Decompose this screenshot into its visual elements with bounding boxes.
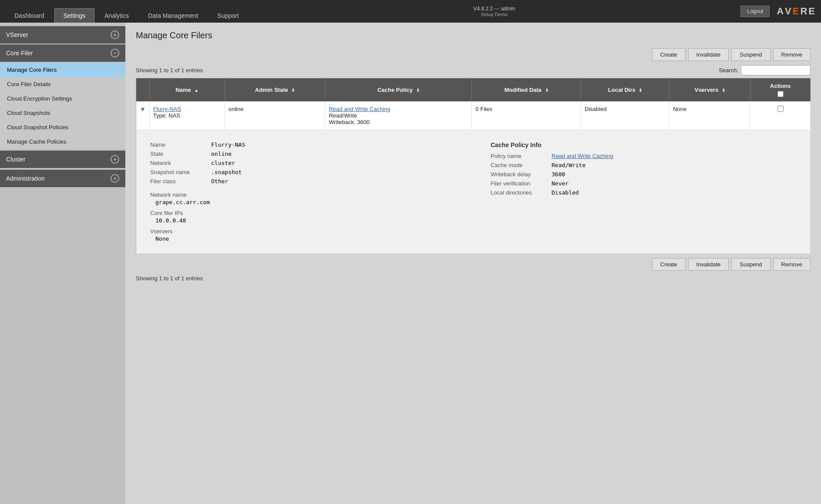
policy-name-link[interactable]: Read and Write Caching <box>552 153 613 159</box>
tab-analytics[interactable]: Analytics <box>95 8 138 23</box>
remove-button-bottom[interactable]: Remove <box>773 258 811 271</box>
create-button-bottom[interactable]: Create <box>652 258 686 271</box>
topbar: Dashboard Settings Analytics Data Manage… <box>0 0 821 23</box>
core-filer-ips-label: Core filer IPs <box>150 210 456 216</box>
col-header-cache-policy[interactable]: Cache Policy ⇕ <box>325 78 472 102</box>
table-controls-top: Showing 1 to 1 of 1 entries Search: <box>136 65 811 75</box>
writeback-delay-row: Writeback delay 3600 <box>491 171 796 178</box>
cache-policy-sort-icon: ⇕ <box>416 88 420 93</box>
logo-v: V <box>785 6 792 17</box>
policy-name-label: Policy name <box>491 153 552 159</box>
network-value: cluster <box>211 160 235 166</box>
row-name-cell: Flurry-NAS Type: NAS <box>149 101 225 130</box>
snapshot-name-label: Snapshot name <box>150 169 211 175</box>
col-header-actions: Actions <box>750 78 811 102</box>
cache-mode-value: Read/Write <box>552 162 585 168</box>
administration-expand-icon: + <box>111 174 119 183</box>
vservers-group: Vservers None <box>150 228 456 242</box>
cache-mode-row: Cache mode Read/Write <box>491 162 796 168</box>
avere-logo: A V E R E <box>777 6 816 17</box>
state-label: State <box>150 151 211 157</box>
filer-name-link[interactable]: Flurry-NAS <box>153 106 181 112</box>
filer-verification-label: Filer verification <box>491 180 552 187</box>
remove-button-top[interactable]: Remove <box>773 48 811 61</box>
sidebar-core-filer-label: Core Filer <box>6 50 33 57</box>
network-name-label: Network name <box>150 192 456 198</box>
logo-e2: E <box>808 6 816 17</box>
sidebar-administration-label: Administration <box>6 175 45 182</box>
logo-accent-e: E <box>793 6 800 17</box>
invalidate-button-bottom[interactable]: Invalidate <box>688 258 729 271</box>
sidebar-item-core-filer-details[interactable]: Core Filer Details <box>0 77 125 91</box>
col-header-vservers[interactable]: Vservers ⇕ <box>670 78 750 102</box>
search-area: Search: <box>719 65 811 75</box>
cache-mode-label: Cache mode <box>491 162 552 168</box>
col-header-name[interactable]: Name ▲ <box>149 78 225 102</box>
nav-tabs: Dashboard Settings Analytics Data Manage… <box>5 0 248 23</box>
suspend-button-top[interactable]: Suspend <box>731 48 770 61</box>
name-sort-icon: ▲ <box>194 88 199 93</box>
create-button-top[interactable]: Create <box>652 48 686 61</box>
row-select-checkbox[interactable] <box>777 106 784 112</box>
suspend-button-bottom[interactable]: Suspend <box>731 258 770 271</box>
sidebar-section-core-filer[interactable]: Core Filer − <box>0 44 125 62</box>
col-header-local-dirs[interactable]: Local Dirs ⇕ <box>581 78 670 102</box>
local-directories-label: Local directories <box>491 189 552 196</box>
cache-policy-link[interactable]: Read and Write Caching <box>329 106 390 112</box>
sidebar-item-cloud-snapshot-policies[interactable]: Cloud Snapshot Policies <box>0 120 125 134</box>
core-filer-expand-icon: − <box>111 49 119 57</box>
logo-r: R <box>800 6 808 17</box>
sidebar-item-manage-core-filers[interactable]: Manage Core Filers <box>0 63 125 77</box>
bottom-action-bar: Create Invalidate Suspend Remove <box>136 258 811 271</box>
logout-button[interactable]: Logout <box>740 6 770 17</box>
col-header-admin-state[interactable]: Admin State ⇕ <box>225 78 325 102</box>
tab-support[interactable]: Support <box>208 8 248 23</box>
local-dirs-sort-icon: ⇕ <box>639 88 642 93</box>
sidebar-vserver-label: VServer <box>6 31 28 38</box>
select-all-checkbox[interactable] <box>777 91 784 97</box>
vservers-group-value: None <box>150 235 456 242</box>
core-filer-ips-group: Core filer IPs 10.0.0.48 <box>150 210 456 224</box>
row-admin-state-cell: online <box>225 101 325 130</box>
sidebar-cluster-label: Cluster <box>6 156 25 163</box>
local-directories-row: Local directories Disabled <box>491 189 796 196</box>
row-checkbox-cell[interactable] <box>750 101 811 130</box>
snapshot-name-value: .snapshot <box>211 169 242 175</box>
sidebar-item-cloud-snapshots[interactable]: Cloud Snapshots <box>0 106 125 120</box>
showing-text-top: Showing 1 to 1 of 1 entries <box>136 67 203 74</box>
showing-text-bottom: Showing 1 to 1 of 1 entries <box>136 275 203 282</box>
col-header-modified-data[interactable]: Modified Data ⇕ <box>472 78 581 102</box>
main-layout: VServer + Core Filer − Manage Core Filer… <box>0 23 821 504</box>
row-expand-icon[interactable]: ▼ <box>140 106 146 113</box>
vservers-sort-icon: ⇕ <box>722 88 725 93</box>
sidebar-section-administration[interactable]: Administration + <box>0 170 125 187</box>
cache-policy-section-title: Cache Policy Info <box>491 141 796 148</box>
tab-dashboard[interactable]: Dashboard <box>5 8 54 23</box>
cache-policy-mode: Read/Write <box>329 112 357 119</box>
network-name-group: Network name grape.cc.arr.com <box>150 192 456 205</box>
vserver-expand-icon: + <box>111 30 119 39</box>
sidebar-section-cluster[interactable]: Cluster + <box>0 151 125 168</box>
tab-settings[interactable]: Settings <box>54 8 95 23</box>
cache-policy-info-group: Cache Policy Info Policy name Read and W… <box>491 141 796 242</box>
local-dirs-value: Disabled <box>585 106 607 112</box>
tab-data-management[interactable]: Data Management <box>139 8 207 23</box>
cluster-expand-icon: + <box>111 155 119 164</box>
invalidate-button-top[interactable]: Invalidate <box>688 48 729 61</box>
writeback-delay-label: Writeback delay <box>491 171 552 178</box>
state-value: online <box>211 151 232 157</box>
setup-demo-text[interactable]: Setup Demo <box>481 12 508 17</box>
vservers-group-label: Vservers <box>150 228 456 235</box>
modified-data-sort-icon: ⇕ <box>545 88 548 93</box>
topbar-center: V4.8.2.2 --- admin Setup Demo <box>248 6 740 17</box>
filer-verification-row: Filer verification Never <box>491 180 796 187</box>
sidebar-item-cloud-encryption-settings[interactable]: Cloud Encryption Settings <box>0 91 125 106</box>
col-header-expand <box>136 78 150 102</box>
search-input[interactable] <box>741 65 811 75</box>
row-expand-cell[interactable]: ▼ <box>136 101 150 130</box>
core-filer-ips-value: 10.0.0.48 <box>150 217 456 224</box>
sidebar-item-manage-cache-policies[interactable]: Manage Cache Policies <box>0 134 125 149</box>
info-state-row: State online <box>150 151 456 157</box>
admin-state-sort-icon: ⇕ <box>291 88 295 93</box>
sidebar-section-vserver[interactable]: VServer + <box>0 26 125 44</box>
